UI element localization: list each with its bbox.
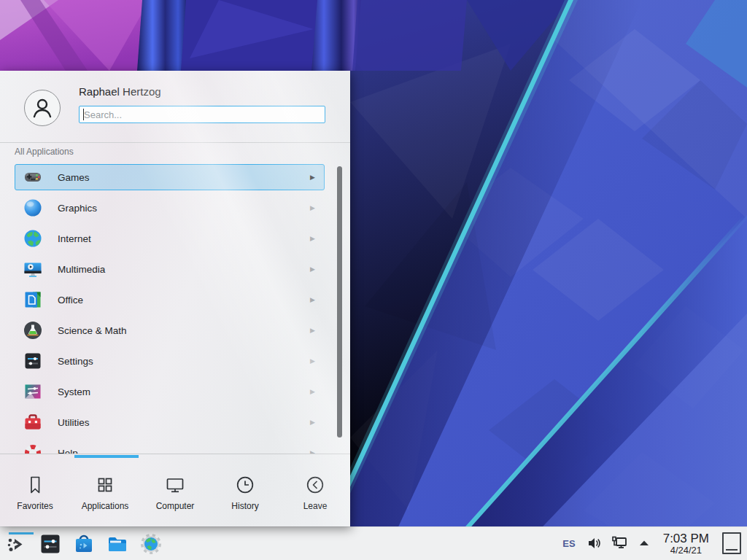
graphics-sphere-icon xyxy=(23,198,43,218)
multimedia-monitor-icon xyxy=(23,259,43,279)
category-row-help[interactable]: Help ▶ xyxy=(15,440,325,454)
category-row-settings[interactable]: Settings ▶ xyxy=(15,348,325,374)
tab-history[interactable]: History xyxy=(210,458,280,526)
category-label: Graphics xyxy=(58,203,310,214)
web-browser-button[interactable] xyxy=(139,532,163,556)
tab-leave[interactable]: Leave xyxy=(280,458,350,526)
system-settings-icon xyxy=(39,533,61,555)
submenu-arrow-icon: ▶ xyxy=(310,419,315,426)
tab-favorites[interactable]: Favorites xyxy=(0,458,70,526)
network-button[interactable] xyxy=(611,534,628,552)
show-desktop-button[interactable] xyxy=(722,532,741,554)
grid-icon xyxy=(94,474,116,496)
help-lifebuoy-icon xyxy=(23,443,43,454)
category-label: Settings xyxy=(58,356,310,367)
clock-icon xyxy=(234,474,256,496)
category-label: Multimedia xyxy=(58,264,310,275)
application-launcher-button[interactable] xyxy=(5,532,28,556)
monitor-icon xyxy=(164,474,186,496)
submenu-arrow-icon: ▶ xyxy=(310,204,315,211)
tabbar-divider xyxy=(0,454,350,454)
tab-label: Favorites xyxy=(17,501,53,511)
expand-tray-button[interactable] xyxy=(635,534,653,552)
speaker-icon xyxy=(587,535,603,551)
category-label: Utilities xyxy=(58,417,310,428)
section-label: All Applications xyxy=(15,147,74,157)
submenu-arrow-icon: ▶ xyxy=(310,235,315,242)
tab-label: Applications xyxy=(82,501,129,511)
category-label: Internet xyxy=(58,233,310,244)
folder-icon xyxy=(106,532,129,556)
leave-icon xyxy=(304,474,326,496)
header-divider xyxy=(0,142,350,143)
discover-button[interactable] xyxy=(72,532,96,556)
submenu-arrow-icon: ▶ xyxy=(310,357,315,365)
science-flask-icon xyxy=(23,320,43,341)
application-launcher-menu: Raphael Hertzog All Applications xyxy=(0,71,350,526)
taskbar-launchers xyxy=(0,532,163,556)
category-label: Science & Math xyxy=(58,325,310,336)
category-row-graphics[interactable]: Graphics ▶ xyxy=(15,195,325,221)
category-label: Office xyxy=(58,295,310,306)
tab-applications[interactable]: Applications xyxy=(70,458,140,526)
list-scrollbar[interactable] xyxy=(337,166,342,438)
tab-label: Computer xyxy=(156,501,195,511)
category-row-system[interactable]: System ▶ xyxy=(15,378,325,405)
category-row-office[interactable]: Office ▶ xyxy=(15,287,325,313)
volume-button[interactable] xyxy=(586,534,603,552)
desktop: Raphael Hertzog All Applications xyxy=(0,0,747,560)
category-label: Games xyxy=(58,172,310,183)
category-row-multimedia[interactable]: Multimedia ▶ xyxy=(15,256,325,282)
search-input[interactable] xyxy=(79,106,325,123)
submenu-arrow-icon: ▶ xyxy=(310,388,315,395)
system-sliders-icon xyxy=(23,381,43,402)
utilities-toolbox-icon xyxy=(23,412,43,432)
office-documents-icon xyxy=(23,289,43,310)
discover-icon xyxy=(72,532,96,556)
keyboard-layout-indicator[interactable]: ES xyxy=(560,538,578,549)
user-avatar xyxy=(24,90,61,126)
user-icon xyxy=(29,95,55,121)
category-label: Help xyxy=(58,448,310,454)
active-launcher-indicator xyxy=(9,532,34,534)
bookmark-icon xyxy=(24,474,46,496)
submenu-arrow-icon: ▶ xyxy=(310,327,315,334)
settings-sliders-icon xyxy=(23,351,43,371)
category-row-games[interactable]: Games ▶ xyxy=(15,164,325,190)
category-label: System xyxy=(58,386,310,397)
category-list: Games ▶ Graphics ▶ xyxy=(0,161,350,454)
tab-computer[interactable]: Computer xyxy=(140,458,210,526)
user-name: Raphael Hertzog xyxy=(79,85,161,98)
category-row-utilities[interactable]: Utilities ▶ xyxy=(15,409,325,435)
tab-label: History xyxy=(231,501,258,511)
clock-date: 4/24/21 xyxy=(670,545,702,556)
digital-clock[interactable]: 7:03 PM 4/24/21 xyxy=(660,532,712,555)
submenu-arrow-icon: ▶ xyxy=(310,265,315,273)
globe-gear-icon xyxy=(139,532,163,556)
category-row-internet[interactable]: Internet ▶ xyxy=(15,225,325,252)
submenu-arrow-icon: ▶ xyxy=(310,174,315,181)
system-settings-button[interactable] xyxy=(39,532,62,556)
gamepad-icon xyxy=(23,167,43,187)
launcher-tabbar: Favorites Applications Computer xyxy=(0,458,350,526)
taskbar-panel: ES xyxy=(0,526,747,560)
category-row-science-math[interactable]: Science & Math ▶ xyxy=(15,317,325,343)
clock-time: 7:03 PM xyxy=(663,532,709,545)
dolphin-file-manager-button[interactable] xyxy=(106,532,129,556)
submenu-arrow-icon: ▶ xyxy=(310,296,315,303)
tab-label: Leave xyxy=(303,501,328,511)
text-cursor xyxy=(83,109,84,120)
globe-icon xyxy=(23,228,43,249)
system-tray: ES xyxy=(560,532,747,555)
caret-up-icon xyxy=(638,537,651,550)
wired-network-icon xyxy=(611,534,628,552)
kickoff-icon xyxy=(5,532,28,556)
